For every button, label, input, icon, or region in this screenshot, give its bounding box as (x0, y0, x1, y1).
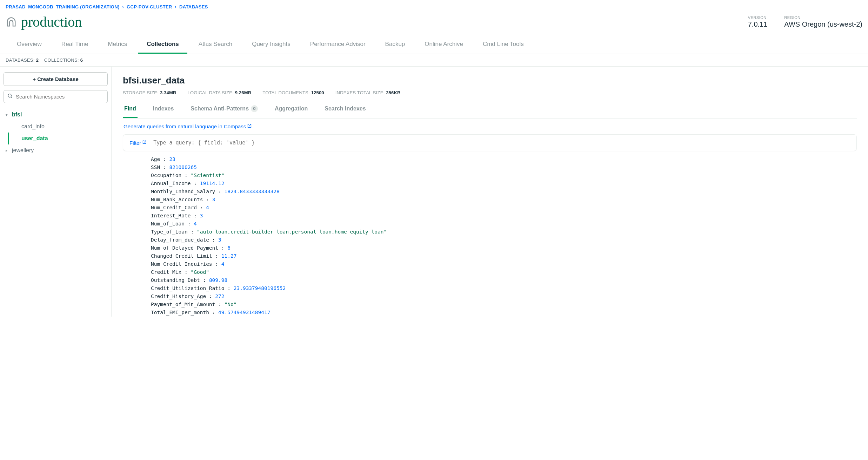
doc-field-num_credit_card: Num_Credit_Card : 4 (151, 204, 857, 212)
doc-value: 4 (194, 221, 197, 226)
page-header: production VERSION 7.0.11 REGION AWS Ore… (0, 12, 868, 36)
tab-collections[interactable]: Collections (138, 36, 187, 54)
coll-count-label: COLLECTIONS: (44, 58, 79, 63)
collection-item-card_info[interactable]: card_info (8, 121, 108, 133)
tab-query-insights[interactable]: Query Insights (243, 36, 299, 54)
database-name: jewellery (12, 147, 34, 154)
doc-value: "auto loan,credit-builder loan,personal … (197, 229, 387, 235)
doc-field-outstanding_debt: Outstanding_Debt : 809.98 (151, 276, 857, 284)
doc-key: Num_of_Loan (151, 221, 185, 226)
colon: : (209, 237, 218, 243)
doc-key: Outstanding_Debt (151, 277, 200, 283)
doc-field-num_of_loan: Num_of_Loan : 4 (151, 220, 857, 228)
colon: : (215, 302, 224, 307)
doc-value: 4 (206, 205, 209, 210)
doc-field-num_of_delayed_payment: Num_of_Delayed_Payment : 6 (151, 244, 857, 252)
tab-overview[interactable]: Overview (8, 36, 50, 54)
colon: : (215, 189, 224, 194)
tab-atlas-search[interactable]: Atlas Search (190, 36, 241, 54)
doc-value: 809.98 (209, 277, 227, 283)
filter-label-text: Filter (129, 140, 141, 146)
create-database-button[interactable]: + Create Database (4, 72, 108, 86)
filter-label[interactable]: Filter (129, 140, 146, 146)
breadcrumb-cluster[interactable]: GCP-POV-CLUSTER (127, 4, 172, 9)
svg-point-0 (8, 94, 11, 97)
doc-value: "Good" (191, 269, 209, 275)
coll-count: 6 (80, 58, 83, 63)
doc-key: Age (151, 156, 160, 162)
tab-cmd-line-tools[interactable]: Cmd Line Tools (474, 36, 532, 54)
doc-field-changed_credit_limit: Changed_Credit_Limit : 11.27 (151, 252, 857, 260)
subtab-schema-anti-patterns[interactable]: Schema Anti-Patterns0 (189, 102, 259, 118)
colon: : (181, 269, 191, 275)
doc-value: 4 (221, 261, 225, 267)
doc-field-credit_history_age: Credit_History_Age : 272 (151, 292, 857, 300)
version-meta: VERSION 7.0.11 (748, 15, 768, 28)
colon: : (212, 261, 221, 267)
collection-title: bfsi.user_data (123, 75, 857, 86)
document-viewer[interactable]: Age : 23SSN : 821000265Occupation : "Sci… (123, 155, 857, 317)
main-content: bfsi.user_data STORAGE SIZE: 3.34MB LOGI… (112, 67, 868, 317)
compass-link[interactable]: Generate queries from natural language i… (123, 119, 857, 134)
subtab-indexes[interactable]: Indexes (152, 102, 175, 118)
tab-metrics[interactable]: Metrics (99, 36, 135, 54)
main-tabs: OverviewReal TimeMetricsCollectionsAtlas… (0, 36, 868, 54)
search-namespaces-input[interactable] (16, 94, 104, 100)
tab-backup[interactable]: Backup (377, 36, 414, 54)
collection-item-user_data[interactable]: user_data (8, 133, 108, 144)
docs-stat: TOTAL DOCUMENTS: 12500 (262, 90, 324, 95)
sidebar: + Create Database ▾bfsicard_infouser_dat… (0, 67, 112, 317)
caret-down-icon: ▾ (6, 113, 10, 117)
doc-value: 3 (200, 213, 203, 218)
filter-query-input[interactable] (153, 140, 850, 146)
doc-key: SSN (151, 164, 160, 170)
colon: : (218, 245, 227, 251)
db-stats-line: DATABASES: 2 COLLECTIONS: 6 (0, 54, 868, 66)
subtab-label: Aggregation (275, 106, 308, 112)
colon: : (185, 221, 194, 226)
database-item-bfsi[interactable]: ▾bfsi (4, 109, 108, 121)
caret-right-icon: ▸ (6, 148, 10, 153)
doc-key: Num_Bank_Accounts (151, 197, 203, 202)
database-item-jewellery[interactable]: ▸jewellery (4, 144, 108, 156)
page-title: production (21, 14, 82, 30)
colon: : (203, 197, 212, 202)
doc-key: Num_of_Delayed_Payment (151, 245, 218, 251)
subtab-label: Schema Anti-Patterns (191, 106, 249, 112)
subtab-search-indexes[interactable]: Search Indexes (323, 102, 367, 118)
colon: : (188, 229, 197, 235)
breadcrumb-org[interactable]: PRASAD_MONGODB_TRAINING (ORGANIZATION) (6, 4, 120, 9)
doc-value: 1824.8433333333328 (225, 189, 280, 194)
idx-stat: INDEXES TOTAL SIZE: 356KB (335, 90, 401, 95)
colon: : (197, 205, 206, 210)
breadcrumb: PRASAD_MONGODB_TRAINING (ORGANIZATION) ›… (0, 0, 868, 12)
colon: : (160, 156, 169, 162)
region-meta: REGION AWS Oregon (us-west-2) (784, 15, 862, 28)
doc-key: Num_Credit_Inquiries (151, 261, 212, 267)
subtab-label: Search Indexes (325, 106, 366, 112)
subtab-find[interactable]: Find (123, 102, 138, 118)
doc-key: Annual_Income (151, 181, 191, 186)
subtab-label: Find (124, 106, 136, 112)
compass-link-text: Generate queries from natural language i… (123, 123, 246, 129)
doc-value: "Scientist" (191, 172, 225, 178)
tab-online-archive[interactable]: Online Archive (416, 36, 472, 54)
tab-real-time[interactable]: Real Time (53, 36, 97, 54)
colon: : (225, 285, 234, 291)
external-link-icon (142, 140, 146, 145)
badge-count: 0 (251, 105, 258, 112)
search-icon (7, 93, 13, 100)
doc-value: 6 (227, 245, 231, 251)
db-count-label: DATABASES: (6, 58, 35, 63)
subtab-label: Indexes (153, 106, 174, 112)
subtab-aggregation[interactable]: Aggregation (273, 102, 309, 118)
create-database-label: Create Database (37, 76, 79, 82)
database-name: bfsi (12, 111, 22, 118)
breadcrumb-section[interactable]: DATABASES (179, 4, 208, 9)
database-list: ▾bfsicard_infouser_data▸jewellery (4, 109, 108, 156)
title-wrap: production (6, 14, 82, 30)
colon: : (200, 277, 209, 283)
tab-performance-advisor[interactable]: Performance Advisor (302, 36, 374, 54)
search-namespaces-wrap[interactable] (4, 90, 108, 103)
doc-key: Occupation (151, 172, 181, 178)
